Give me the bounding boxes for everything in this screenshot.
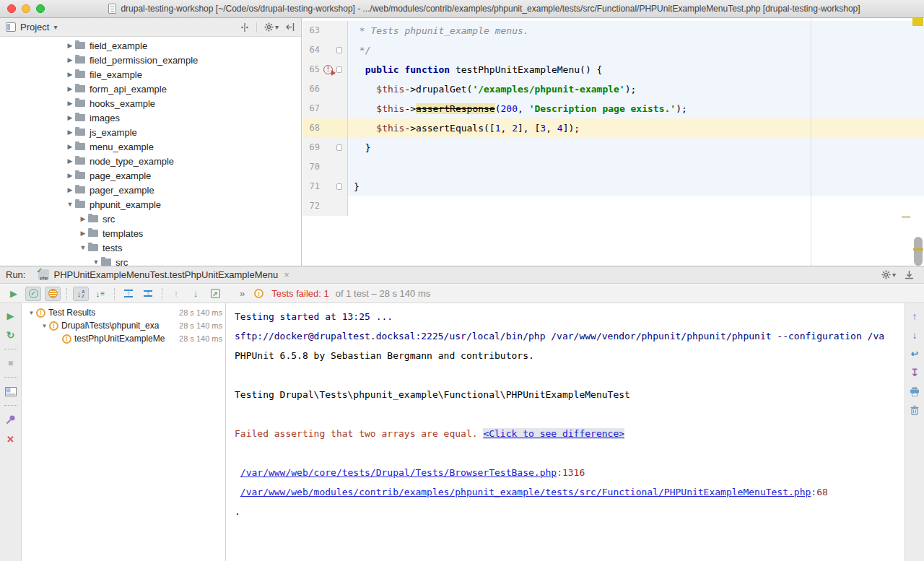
clear-all-button[interactable] [908, 404, 921, 416]
gear-icon[interactable]: ▾ [264, 22, 279, 32]
file-link[interactable]: /var/www/web/modules/contrib/examples/ph… [240, 487, 811, 497]
code-line[interactable]: public function testPhpUnitExampleMenu()… [348, 60, 924, 79]
chevron-down-icon[interactable]: ▾ [53, 23, 57, 31]
editor-line[interactable]: 69 } [302, 138, 924, 157]
hide-panel-icon[interactable] [905, 270, 914, 279]
close-panel-button[interactable]: ✕ [4, 432, 18, 445]
tree-item-phpunit_example[interactable]: ▼phpunit_example [0, 197, 301, 212]
rerun-button[interactable]: ▶ [6, 287, 22, 301]
editor-line[interactable]: 63 * Tests phpunit_example menus. [302, 21, 924, 40]
chevron-collapsed-icon[interactable]: ▶ [65, 143, 75, 150]
chevron-expanded-icon[interactable]: ▼ [91, 258, 101, 266]
chevron-collapsed-icon[interactable]: ▶ [65, 172, 75, 179]
chevron-collapsed-icon[interactable]: ▶ [65, 157, 75, 165]
tree-item-tests[interactable]: ▼tests [0, 240, 301, 255]
run-tab[interactable]: php ✓ PHPUnitExampleMenuTest.testPhpUnit… [32, 266, 295, 283]
tree-item-node_type_example[interactable]: ▶node_type_example [0, 154, 301, 168]
editor-line[interactable]: 64 */ [302, 40, 924, 60]
code-editor[interactable]: 63 * Tests phpunit_example menus.64 */65… [302, 18, 924, 266]
fold-marker-icon[interactable] [336, 144, 342, 151]
editor-line[interactable]: 66 $this->drupalGet('/examples/phpunit-e… [302, 79, 924, 99]
chevron-collapsed-icon[interactable]: ▶ [65, 56, 75, 64]
code-line[interactable]: */ [348, 40, 924, 60]
expand-all-button[interactable]: ↕ [121, 287, 136, 301]
tree-item-menu_example[interactable]: ▶menu_example [0, 139, 301, 154]
minimize-window-button[interactable] [22, 4, 30, 13]
tree-item-templates[interactable]: ▶templates [0, 226, 301, 240]
file-link[interactable]: /var/www/web/core/tests/Drupal/Tests/Bro… [240, 467, 557, 478]
stop-button[interactable]: ■ [4, 357, 18, 370]
scroll-from-source-icon[interactable] [240, 22, 249, 32]
code-line[interactable]: } [348, 177, 924, 196]
sort-alphabetically-button[interactable]: ↓ az [73, 287, 89, 301]
rerun-failed-tests-button[interactable]: ▶ [4, 309, 18, 322]
editor-line[interactable]: 70 [302, 157, 924, 177]
soft-wrap-button[interactable]: ↩ [908, 348, 921, 360]
inspection-status-indicator[interactable] [912, 18, 923, 26]
test-tree-item[interactable]: ▼!Drupal\Tests\phpunit_exa28 s 140 ms [22, 319, 225, 332]
collapse-all-button[interactable]: ↕ [140, 287, 156, 301]
tree-item-hooks_example[interactable]: ▶hooks_example [0, 96, 301, 110]
fold-marker-icon[interactable] [336, 66, 342, 73]
fold-marker-icon[interactable] [336, 47, 342, 53]
scroll-to-end-button[interactable]: ↧ [908, 367, 921, 378]
tree-item-images[interactable]: ▶images [0, 110, 301, 125]
chevron-collapsed-icon[interactable]: ▶ [65, 129, 75, 136]
code-line[interactable]: * Tests phpunit_example menus. [348, 21, 924, 40]
code-line[interactable]: } [348, 138, 924, 157]
tree-item-file_example[interactable]: ▶file_example [0, 67, 301, 82]
chevron-expanded-icon[interactable]: ▼ [78, 244, 88, 251]
chevron-collapsed-icon[interactable]: ▶ [65, 85, 75, 92]
test-tree-item[interactable]: !testPhpUnitExampleMe28 s 140 ms [22, 332, 225, 345]
editor-line[interactable]: 71} [302, 177, 924, 196]
editor-line[interactable]: 72 [302, 196, 924, 216]
tree-item-field_permission_example[interactable]: ▶field_permission_example [0, 53, 301, 67]
chevron-collapsed-icon[interactable]: ▶ [65, 186, 75, 193]
test-tree-item[interactable]: ▼!Test Results28 s 140 ms [22, 306, 225, 319]
sort-by-duration-button[interactable]: ↓ ≡ [92, 287, 108, 301]
code-line[interactable]: $this->assertResponse(200, 'Description … [348, 99, 924, 118]
zoom-window-button[interactable] [36, 4, 45, 13]
code-line[interactable]: $this->assertEquals([1, 2], [3, 4]); [348, 118, 924, 138]
show-passed-button[interactable]: ✓ [25, 287, 41, 301]
code-line[interactable]: $this->drupalGet('/examples/phpunit-exam… [348, 79, 924, 99]
down-the-stack-trace-button[interactable]: ↓ [908, 329, 921, 341]
chevron-expanded-icon[interactable]: ▼ [40, 323, 49, 329]
show-ignored-button[interactable] [45, 287, 61, 301]
chevrons-icon[interactable]: » [240, 288, 245, 299]
chevron-collapsed-icon[interactable]: ▶ [65, 42, 75, 49]
editor-line[interactable]: 65! public function testPhpUnitExampleMe… [302, 60, 924, 79]
warning-stripe-mark[interactable] [902, 216, 910, 218]
editor-line[interactable]: 68 $this->assertEquals([1, 2], [3, 4]); [302, 118, 924, 138]
chevron-collapsed-icon[interactable]: ▶ [78, 215, 88, 222]
chevron-collapsed-icon[interactable]: ▶ [78, 230, 88, 237]
code-line[interactable] [348, 157, 924, 177]
chevron-collapsed-icon[interactable]: ▶ [65, 114, 75, 121]
next-failed-test-button[interactable]: ↓ [188, 287, 204, 301]
project-panel-title[interactable]: Project [20, 22, 49, 32]
tree-item-js_example[interactable]: ▶js_example [0, 125, 301, 139]
chevron-expanded-icon[interactable]: ▼ [65, 201, 75, 208]
tree-item-src[interactable]: ▼src [0, 255, 301, 266]
restore-layout-button[interactable] [4, 385, 18, 398]
tree-item-src[interactable]: ▶src [0, 212, 301, 226]
tree-item-page_example[interactable]: ▶page_example [0, 168, 301, 183]
chevron-expanded-icon[interactable]: ▼ [27, 310, 36, 316]
view-diff-link[interactable]: <Click to see difference> [483, 428, 624, 439]
up-the-stack-trace-button[interactable]: ↑ [908, 310, 921, 322]
code-line[interactable] [348, 196, 924, 216]
previous-failed-test-button[interactable]: ↑ [168, 287, 184, 301]
warning-stripe-mark[interactable] [913, 248, 923, 251]
close-tab-icon[interactable]: × [284, 269, 289, 280]
gear-icon[interactable]: ▾ [881, 270, 896, 279]
chevron-collapsed-icon[interactable]: ▶ [65, 71, 75, 78]
hide-panel-icon[interactable] [286, 22, 295, 32]
editor-scrollbar-thumb[interactable] [914, 237, 923, 266]
chevron-collapsed-icon[interactable]: ▶ [65, 100, 75, 107]
tree-item-pager_example[interactable]: ▶pager_example [0, 183, 301, 197]
toggle-auto-test-button[interactable]: ↻ [4, 329, 18, 342]
export-test-results-button[interactable]: ↗ [207, 287, 223, 301]
rerun-failed-test-icon[interactable]: ! [323, 65, 333, 74]
fold-marker-icon[interactable] [336, 183, 342, 190]
tree-item-form_api_example[interactable]: ▶form_api_example [0, 82, 301, 96]
